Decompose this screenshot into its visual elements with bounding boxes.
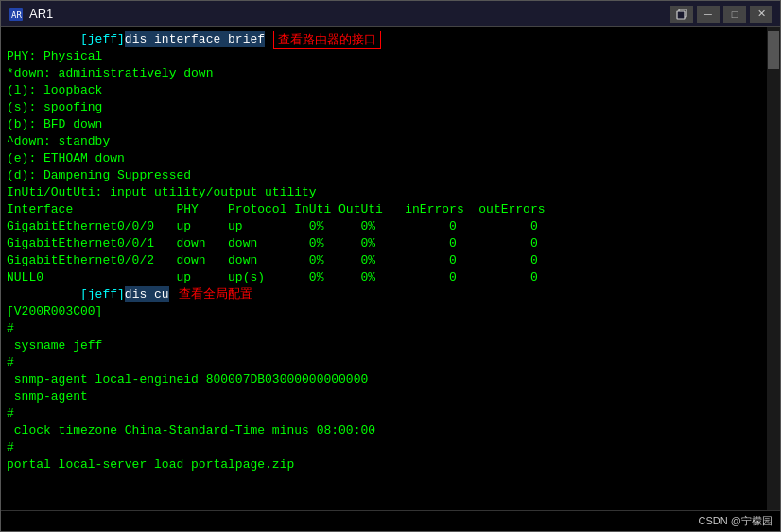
window-icon: AR [9,7,24,22]
maximize-button[interactable]: □ [723,6,746,23]
status-text: CSDN @宁檬园 [699,514,772,528]
title-bar: AR AR1 ─ □ ✕ [1,1,780,27]
term-line-hash1: # [7,320,774,337]
term-line-sysname: sysname jeff [7,337,774,354]
term-line-inuti: InUti/OutUti: input utility/output utili… [7,184,774,201]
term-line-clock: clock timezone China-Standard-Time minus… [7,422,774,439]
svg-rect-3 [677,11,685,19]
term-line-dampening: (d): Dampening Suppressed [7,167,774,184]
line-dis-interface: [jeff]dis interface brief 查看路由器的接口 [7,31,774,48]
term-line-ge001: GigabitEthernet0/0/1 down down 0% 0% 0 0 [7,235,774,252]
term-line-snmp1: snmp-agent local-engineid 800007DB030000… [7,371,774,388]
term-line-bfd: (b): BFD down [7,116,774,133]
term-line-ge000: GigabitEthernet0/0/0 up up 0% 0% 0 0 [7,218,774,235]
annotation-config: 查看全局配置 [175,285,256,302]
scrollbar-thumb[interactable] [768,31,779,69]
term-line-hash4: # [7,439,774,456]
term-line-loopback: (l): loopback [7,82,774,99]
status-bar: CSDN @宁檬园 [1,510,780,531]
annotation-interface: 查看路由器的接口 [273,31,381,49]
close-button[interactable]: ✕ [750,6,772,23]
term-line-portal: portal local-server load portalpage.zip [7,456,774,473]
terminal-content: [jeff]dis interface brief 查看路由器的接口 PHY: … [7,31,774,506]
window-controls: ─ □ ✕ [670,6,772,23]
window-title: AR1 [29,7,670,21]
scrollbar[interactable] [767,27,780,510]
terminal[interactable]: [jeff]dis interface brief 查看路由器的接口 PHY: … [1,27,780,510]
svg-text:AR: AR [11,10,22,20]
term-line-hash2: # [7,354,774,371]
term-line-snmp2: snmp-agent [7,388,774,405]
term-line-ethoam: (e): ETHOAM down [7,150,774,167]
term-line-ge002: GigabitEthernet0/0/2 down down 0% 0% 0 0 [7,252,774,269]
line-dis-cu: [jeff]dis cu 查看全局配置 [7,286,774,303]
main-window: AR AR1 ─ □ ✕ [jeff]dis interface brief [0,0,781,532]
minimize-button[interactable]: ─ [697,6,720,23]
term-line-standby: ^down: standby [7,133,774,150]
term-line-down: *down: administratively down [7,65,774,82]
term-line-hash3: # [7,405,774,422]
term-line-spoofing: (s): spoofing [7,99,774,116]
term-line-header: Interface PHY Protocol InUti OutUti inEr… [7,201,774,218]
restore-button[interactable] [670,6,693,23]
